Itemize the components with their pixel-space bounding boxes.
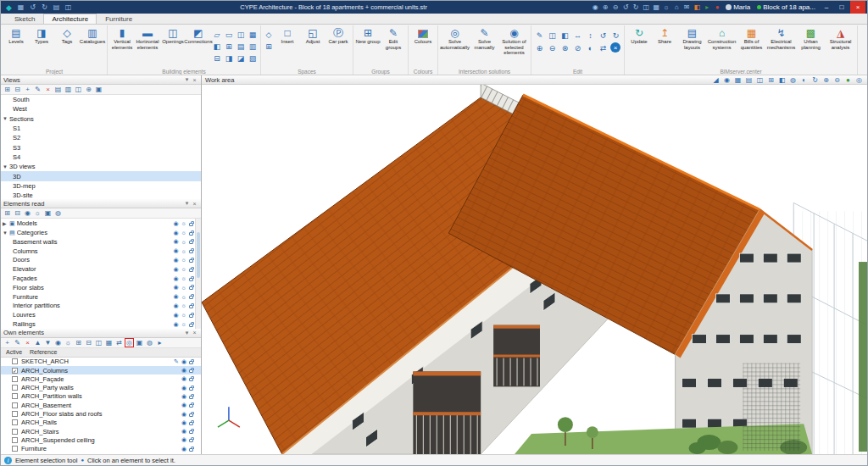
slab-tool-icon[interactable]: ▭ xyxy=(223,29,235,41)
lock-icon[interactable] xyxy=(189,223,193,226)
eye-icon[interactable]: ◉ xyxy=(181,402,186,408)
own-row-furniture[interactable]: Furniture◉ xyxy=(1,445,201,453)
tree-item-railings[interactable]: Railings◉☼ xyxy=(1,319,201,329)
plan-view-icon[interactable]: ▤ xyxy=(53,85,63,94)
space-add-icon[interactable]: ⊞ xyxy=(263,41,275,53)
new-group-button[interactable]: ⊞New group xyxy=(355,26,381,67)
insert-space-button[interactable]: □Insert xyxy=(275,26,300,67)
solve-automatically-button[interactable]: ◎Solve automatically xyxy=(440,26,470,67)
contrast-icon[interactable]: ◐ xyxy=(799,75,809,84)
own-row-sketch-arch[interactable]: SKETCH_ARCH✎◉ xyxy=(1,358,201,366)
view-group-3d-views[interactable]: ▼3D views xyxy=(1,162,201,171)
active-checkbox[interactable] xyxy=(12,385,18,391)
undo-icon[interactable]: ↺ xyxy=(28,3,37,12)
lock-icon[interactable] xyxy=(189,324,193,327)
vertical-scrollbar[interactable] xyxy=(195,219,201,328)
active-checkbox[interactable] xyxy=(12,402,18,408)
opening-tool-icon[interactable]: ◫ xyxy=(235,29,247,41)
collapse-all-icon[interactable]: ⊟ xyxy=(13,85,22,94)
copy-icon[interactable]: ◫ xyxy=(546,29,559,42)
tree-item-facades[interactable]: Façades◉☼ xyxy=(1,274,201,283)
pin-icon[interactable]: ▾ xyxy=(183,200,191,207)
light-icon[interactable]: ☼ xyxy=(662,3,670,12)
zoom-out-icon[interactable]: ⊖ xyxy=(832,75,842,84)
tab-sketch[interactable]: Sketch xyxy=(6,14,43,24)
view-item-3d[interactable]: 3D xyxy=(1,171,201,180)
lock-icon[interactable] xyxy=(189,404,193,408)
elevation-view-icon[interactable]: ▥ xyxy=(64,85,73,94)
scrollbar-thumb[interactable] xyxy=(197,232,200,278)
window-layout-icon[interactable]: ◫ xyxy=(642,3,650,12)
horizontal-elements-button[interactable]: ▬Horizontal elements xyxy=(135,26,160,67)
corner-snap-icon[interactable]: ◢ xyxy=(711,75,721,84)
chevron-down-icon[interactable]: ▼ xyxy=(3,116,9,121)
bills-of-quantities-button[interactable]: ▦Bills of quantities xyxy=(737,26,766,67)
scroll-right-icon[interactable]: ▸ xyxy=(155,338,164,347)
highlight-icon[interactable]: ☼ xyxy=(181,321,186,327)
eye-icon[interactable]: ◉ xyxy=(173,266,178,273)
tree-item-models[interactable]: ▶▣Models◉☼ xyxy=(1,219,201,228)
transfer-icon[interactable]: ⇄ xyxy=(114,338,124,347)
lock-icon[interactable] xyxy=(189,241,193,244)
highlight-icon[interactable]: ☼ xyxy=(181,266,186,272)
solution-selected-button[interactable]: ◉Solution of selected elements xyxy=(499,26,529,67)
lock-icon[interactable] xyxy=(189,396,193,399)
lock-icon[interactable] xyxy=(189,232,193,236)
collapse-icon[interactable]: ⊟ xyxy=(84,338,93,347)
view-item-s2[interactable]: S2 xyxy=(1,133,201,142)
space-tag-icon[interactable]: ◇ xyxy=(263,29,275,41)
lock-icon[interactable] xyxy=(189,296,193,299)
active-checkbox[interactable] xyxy=(12,419,18,425)
layers-icon[interactable]: ▤ xyxy=(744,75,754,84)
catalogues-button[interactable]: ▥Catalogues xyxy=(80,26,105,67)
vertical-elements-button[interactable]: ▮Vertical elements xyxy=(109,26,135,67)
shading-icon[interactable]: ◧ xyxy=(777,75,787,84)
lock-icon[interactable] xyxy=(189,305,193,308)
lock-icon[interactable] xyxy=(189,250,193,253)
highlight-icon[interactable]: ☼ xyxy=(181,220,186,226)
move-down-icon[interactable]: ▼ xyxy=(43,338,53,347)
own-row-arch-floor-slabs[interactable]: ARCH_Floor slabs and roofs◉ xyxy=(1,409,201,418)
delete-layer-icon[interactable]: × xyxy=(23,338,32,347)
contrast-icon[interactable]: ◐ xyxy=(584,42,597,54)
close-icon[interactable]: × xyxy=(191,330,198,336)
duplicate-view-icon[interactable]: ⊕ xyxy=(84,85,93,94)
lock-icon[interactable] xyxy=(189,439,193,442)
mirror-icon[interactable]: ◧ xyxy=(559,29,571,42)
view-item-s4[interactable]: S4 xyxy=(1,153,201,162)
lock-icon[interactable] xyxy=(189,387,193,391)
rows-tool-icon[interactable]: ▥ xyxy=(247,41,259,53)
eye-icon[interactable]: ◉ xyxy=(181,428,186,435)
orbit-right-icon[interactable]: ↻ xyxy=(632,3,640,12)
zoom-in-icon[interactable]: ⊕ xyxy=(601,3,609,12)
remove-element-tool-icon[interactable]: ⊟ xyxy=(211,53,223,64)
active-checkbox[interactable] xyxy=(12,358,18,364)
delete-view-icon[interactable]: × xyxy=(43,85,53,94)
eye-icon[interactable]: ◉ xyxy=(181,411,186,418)
lock-tool-icon[interactable]: ▣ xyxy=(135,338,144,347)
update-button[interactable]: ↻Update xyxy=(626,26,652,67)
new-window-icon[interactable]: ⊞ xyxy=(766,75,776,84)
edit-icon[interactable]: ✎ xyxy=(174,358,179,365)
lock-icon[interactable] xyxy=(189,378,193,381)
save-icon[interactable]: ▦ xyxy=(16,3,25,12)
hatch-tool-icon[interactable]: ▧ xyxy=(247,53,259,64)
view-settings-icon[interactable]: ▣ xyxy=(94,85,103,94)
tree-item-elevator[interactable]: Elevator◉☼ xyxy=(1,264,201,274)
solve-manually-button[interactable]: ✎Solve manually xyxy=(470,26,499,67)
eye-icon[interactable]: ◉ xyxy=(181,367,186,374)
record-icon[interactable]: ● xyxy=(713,3,721,12)
3d-scene[interactable] xyxy=(202,85,867,454)
chevron-down-icon[interactable]: ▼ xyxy=(3,164,9,169)
lock-icon[interactable] xyxy=(189,448,193,452)
swap-icon[interactable]: ⇄ xyxy=(597,42,609,54)
own-row-arch-partition-walls[interactable]: ARCH_Partition walls◉ xyxy=(1,392,201,401)
lock-icon[interactable] xyxy=(189,369,193,373)
tree-item-louvres[interactable]: Louvres◉☼ xyxy=(1,310,201,319)
own-row-arch-facade[interactable]: ARCH_Façade◉ xyxy=(1,374,201,383)
eye-icon[interactable]: ◉ xyxy=(173,312,178,319)
tab-furniture[interactable]: Furniture xyxy=(97,14,141,24)
cancel-icon[interactable]: × xyxy=(610,42,620,53)
zoom-out-icon[interactable]: ⊖ xyxy=(611,3,620,12)
eye-icon[interactable]: ◉ xyxy=(173,302,178,309)
